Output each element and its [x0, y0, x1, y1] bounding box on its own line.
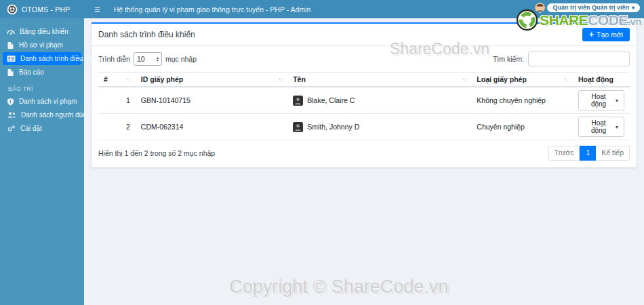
license-id-cell: GBN-10140715 [136, 87, 287, 114]
table-row: 2 CDM-062314 Smith, Johnny D [98, 114, 630, 140]
length-prefix-label: Trình diễn [98, 55, 130, 63]
sidebar-item-drivers-list[interactable]: Danh sách trình điều khiển [3, 52, 81, 65]
sidebar-item-violation-records[interactable]: Hồ sơ vi phạm [3, 39, 81, 52]
sort-icon: ↑↓ [126, 77, 130, 83]
name-cell: Smith, Johnny D [287, 114, 471, 140]
card-body: Trình diễn 10 ▴▾ mục nhập Tìm kiếm: [92, 46, 637, 167]
user-avatar [535, 3, 545, 13]
file-icon [7, 41, 14, 49]
sidebar-item-violations-list[interactable]: Danh sách vi phạm [3, 95, 81, 108]
sidebar-item-label: Danh sách người dùng [21, 111, 90, 119]
license-type-cell: Chuyên nghiệp [471, 114, 573, 140]
drivers-card: Danh sách trình điều khiển + Tạo mới Trì… [91, 22, 637, 168]
column-header-name[interactable]: ↑↓ Tên [287, 73, 471, 87]
driver-avatar-icon [293, 122, 303, 132]
driver-name: Blake, Claire C [307, 96, 355, 104]
page-length-control: Trình diễn 10 ▴▾ mục nhập [98, 52, 197, 66]
column-header-actions: Hoạt động [573, 73, 630, 87]
driver-avatar-icon [293, 96, 303, 106]
name-cell: Blake, Claire C [287, 87, 471, 114]
sidebar-item-dashboard[interactable]: Bảng điều khiển [3, 25, 81, 38]
sidebar-item-label: Danh sách vi phạm [19, 98, 77, 105]
create-new-button[interactable]: + Tạo mới [582, 28, 630, 41]
sidebar: OTOMS - PHP Bảng điều khiển Hồ sơ vi phạ… [0, 0, 84, 305]
column-label: ID giấy phép [141, 75, 183, 83]
shield-icon [7, 98, 14, 106]
table-controls: Trình diễn 10 ▴▾ mục nhập Tìm kiếm: [98, 52, 630, 66]
column-header-license-type[interactable]: ↑↓ Loại giấy phép [471, 73, 573, 87]
sidebar-item-label: Hồ sơ vi phạm [19, 41, 63, 49]
chevron-down-icon: ▾ [616, 124, 618, 130]
search-control: Tìm kiếm: [493, 52, 630, 66]
length-suffix-label: mục nhập [165, 55, 197, 63]
pagination-next-button[interactable]: Kế tiếp [596, 146, 630, 161]
sidebar-item-label: Cài đặt [20, 125, 42, 132]
sort-icon: ↑↓ [278, 77, 282, 83]
drivers-table: ↑↓ # ↑↓ ID giấy phép ↑↓ Tên [98, 72, 630, 140]
action-button-label: Hoạt động [584, 119, 613, 134]
row-action-button[interactable]: Hoạt động ▾ [578, 117, 624, 137]
sidebar-item-label: Danh sách trình điều khiển [20, 55, 101, 62]
plus-icon: + [589, 30, 594, 39]
brand[interactable]: OTOMS - PHP [0, 0, 84, 18]
user-dropdown[interactable]: Quản trị viên Quản trị viên ▾ [535, 3, 640, 13]
pagination-prev-button[interactable]: Trước [548, 146, 580, 161]
app-window: OTOMS - PHP Bảng điều khiển Hồ sơ vi phạ… [0, 0, 644, 305]
sidebar-item-reports[interactable]: Báo cáo [3, 66, 81, 79]
create-button-label: Tạo mới [597, 30, 623, 39]
chevron-down-icon: ▾ [632, 5, 635, 11]
user-pill: Quản trị viên Quản trị viên ▾ [547, 3, 640, 12]
brand-title: OTOMS - PHP [22, 5, 70, 14]
actions-cell: Hoạt động ▾ [573, 114, 630, 140]
navbar-title: Hệ thống quản lý vi phạm giao thông trực… [114, 5, 311, 14]
page-title: Danh sách trình điều khiển [98, 30, 195, 39]
sidebar-section-maintenance: BẢO TRÌ [8, 85, 84, 92]
length-value: 10 [137, 55, 145, 63]
chevron-down-icon: ▾ [616, 98, 618, 104]
sort-icon: ↑↓ [462, 77, 466, 83]
driver-name: Smith, Johnny D [307, 123, 359, 131]
card-header: Danh sách trình điều khiển + Tạo mới [92, 24, 637, 46]
table-row: 1 GBN-10140715 Blake, Claire C [98, 87, 630, 114]
hamburger-menu-icon[interactable]: ≡ [94, 4, 100, 14]
table-footer: Hiển thị 1 đến 2 trong số 2 mục nhập Trư… [98, 146, 630, 161]
select-arrows-icon: ▴▾ [157, 56, 159, 62]
tachometer-icon [7, 28, 15, 36]
table-info-text: Hiển thị 1 đến 2 trong số 2 mục nhập [98, 149, 215, 157]
column-label: Tên [293, 75, 306, 83]
pagination: Trước 1 Kế tiếp [548, 146, 630, 161]
column-header-license-id[interactable]: ↑↓ ID giấy phép [136, 73, 287, 87]
action-button-label: Hoạt động [584, 93, 613, 108]
brand-logo-icon [7, 4, 18, 15]
row-action-button[interactable]: Hoạt động ▾ [578, 90, 624, 110]
search-input[interactable] [528, 52, 630, 66]
sidebar-item-settings[interactable]: Cài đặt [3, 122, 81, 135]
id-card-icon [7, 55, 16, 62]
main-content: Danh sách trình điều khiển + Tạo mới Trì… [84, 18, 644, 305]
file-icon [7, 68, 14, 77]
users-icon [7, 111, 16, 119]
sidebar-item-label: Báo cáo [19, 68, 44, 76]
sort-icon: ↑↓ [563, 77, 567, 83]
column-label: # [104, 75, 108, 83]
page-length-select[interactable]: 10 ▴▾ [134, 52, 162, 66]
license-id-cell: CDM-062314 [136, 114, 287, 140]
gears-icon [7, 125, 16, 132]
column-label: Loại giấy phép [477, 75, 527, 83]
row-index: 2 [98, 114, 136, 140]
top-navbar: ≡ Hệ thống quản lý vi phạm giao thông tr… [84, 0, 644, 18]
table-header-row: ↑↓ # ↑↓ ID giấy phép ↑↓ Tên [98, 73, 630, 87]
sidebar-item-label: Bảng điều khiển [20, 28, 68, 35]
column-header-index[interactable]: ↑↓ # [98, 73, 136, 87]
sidebar-menu: Bảng điều khiển Hồ sơ vi phạm Danh sách … [0, 18, 84, 135]
user-name-label: Quản trị viên Quản trị viên [552, 5, 629, 11]
search-label: Tìm kiếm: [493, 55, 524, 63]
pagination-page-1[interactable]: 1 [580, 146, 596, 161]
license-type-cell: Không chuyên nghiệp [471, 87, 573, 114]
column-label: Hoạt động [578, 75, 613, 83]
row-index: 1 [98, 87, 136, 114]
sidebar-item-users-list[interactable]: Danh sách người dùng [3, 108, 81, 121]
actions-cell: Hoạt động ▾ [573, 87, 630, 114]
